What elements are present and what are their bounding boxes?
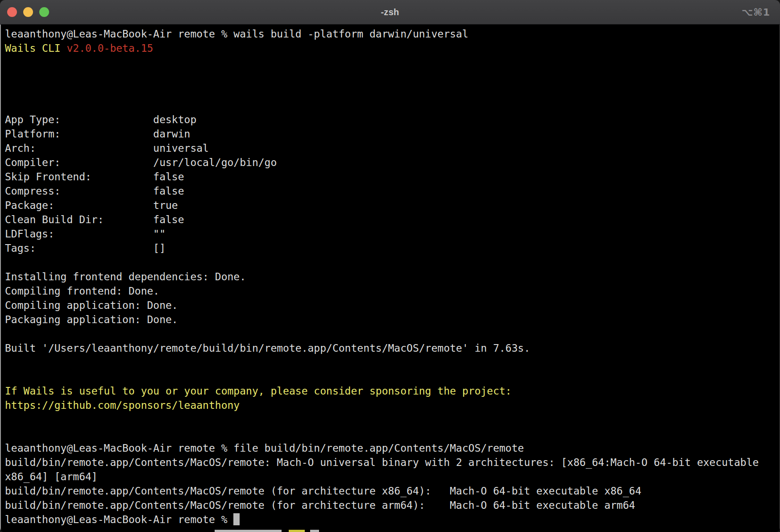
clipped-highlight-block [310, 530, 319, 532]
build-result-line: Built '/Users/leaanthony/remote/build/bi… [5, 341, 780, 355]
build-step-line: Packaging application: Done. [5, 312, 780, 327]
terminal-text: LDFlags: "" [5, 228, 166, 240]
sponsor-message-line: If Wails is useful to you or your compan… [5, 384, 780, 398]
build-config-row: Platform: darwin [5, 127, 780, 141]
close-button[interactable] [7, 7, 17, 17]
terminal-text: https://github.com/sponsors/leaanthony [5, 399, 240, 411]
terminal-text: leaanthony@Leas-MacBook-Air remote % fil… [5, 442, 524, 454]
file-output-line: build/bin/remote.app/Contents/MacOS/remo… [5, 498, 780, 512]
terminal-text: Tags: [] [5, 242, 166, 254]
terminal-text: Built '/Users/leaanthony/remote/build/bi… [5, 342, 530, 354]
terminal-text: Compiling frontend: Done. [5, 285, 159, 297]
terminal-text: Clean Build Dir: false [5, 214, 184, 225]
terminal-blank-line [5, 327, 780, 341]
file-output-wrap-line: x86_64] [arm64] [5, 470, 780, 484]
clipped-highlight-block [289, 530, 305, 532]
file-output-line: build/bin/remote.app/Contents/MacOS/remo… [5, 484, 780, 498]
shell-command-line: leaanthony@Leas-MacBook-Air remote % fil… [5, 441, 780, 455]
terminal-text: Compiling application: Done. [5, 299, 178, 311]
file-output-line: build/bin/remote.app/Contents/MacOS/remo… [5, 455, 780, 470]
minimize-button[interactable] [23, 7, 33, 17]
build-config-row: App Type: desktop [5, 112, 780, 127]
terminal-text: Package: true [5, 200, 178, 211]
terminal-blank-line [5, 70, 780, 84]
terminal-text: Compress: false [5, 185, 184, 197]
terminal-blank-line [5, 427, 780, 441]
terminal-text: build/bin/remote.app/Contents/MacOS/remo… [5, 485, 641, 497]
terminal-text: Platform: darwin [5, 128, 190, 140]
shell-prompt-line: leaanthony@Leas-MacBook-Air remote % [5, 512, 780, 527]
build-config-row: LDFlags: "" [5, 227, 780, 241]
build-config-row: Compress: false [5, 184, 780, 198]
clipped-bottom-line [5, 527, 780, 532]
terminal-blank-line [5, 412, 780, 427]
terminal-blank-line [5, 370, 780, 384]
build-config-row: Arch: universal [5, 141, 780, 155]
build-config-row: Package: true [5, 198, 780, 212]
terminal-window: -zsh ⌥⌘1 leaanthony@Leas-MacBook-Air rem… [0, 0, 780, 532]
build-config-row: Tags: [] [5, 241, 780, 255]
terminal-blank-line [5, 355, 780, 370]
terminal-blank-line [5, 84, 780, 98]
terminal-text: App Type: desktop [5, 114, 196, 125]
traffic-lights [7, 0, 49, 24]
build-step-line: Compiling application: Done. [5, 298, 780, 312]
text-cursor[interactable] [233, 513, 240, 525]
keyboard-shortcut-badge: ⌥⌘1 [742, 7, 770, 18]
terminal-text: build/bin/remote.app/Contents/MacOS/remo… [5, 499, 635, 511]
zoom-button[interactable] [39, 7, 49, 17]
titlebar[interactable]: -zsh ⌥⌘1 [0, 0, 780, 25]
terminal-text: build/bin/remote.app/Contents/MacOS/remo… [5, 457, 759, 468]
build-step-line: Installing frontend dependencies: Done. [5, 270, 780, 284]
build-config-row: Skip Frontend: false [5, 170, 780, 184]
terminal-text: Installing frontend dependencies: Done. [5, 271, 246, 283]
terminal-text: leaanthony@Leas-MacBook-Air remote % wai… [5, 28, 469, 40]
terminal-text: x86_64] [arm64] [5, 471, 98, 482]
window-title: -zsh [381, 7, 399, 17]
sponsor-url-line: https://github.com/sponsors/leaanthony [5, 398, 780, 412]
terminal-screen[interactable]: leaanthony@Leas-MacBook-Air remote % wai… [0, 25, 780, 532]
terminal-text: Wails CLI [5, 42, 66, 54]
clipped-highlight-block [215, 530, 282, 532]
terminal-blank-line [5, 55, 780, 70]
build-step-line: Compiling frontend: Done. [5, 284, 780, 298]
build-config-row: Clean Build Dir: false [5, 212, 780, 227]
build-config-row: Compiler: /usr/local/go/bin/go [5, 155, 780, 170]
terminal-text: Skip Frontend: false [5, 171, 184, 183]
terminal-text: leaanthony@Leas-MacBook-Air remote % [5, 514, 233, 525]
terminal-text: Compiler: /usr/local/go/bin/go [5, 157, 277, 168]
terminal-text: v2.0.0-beta.15 [66, 42, 153, 54]
terminal-text: Arch: universal [5, 142, 209, 154]
terminal-text: If Wails is useful to you or your compan… [5, 385, 511, 397]
wails-cli-version-line: Wails CLI v2.0.0-beta.15 [5, 41, 780, 55]
shell-command-line: leaanthony@Leas-MacBook-Air remote % wai… [5, 27, 780, 41]
terminal-blank-line [5, 255, 780, 270]
terminal-text: Packaging application: Done. [5, 314, 178, 325]
terminal-blank-line [5, 98, 780, 112]
